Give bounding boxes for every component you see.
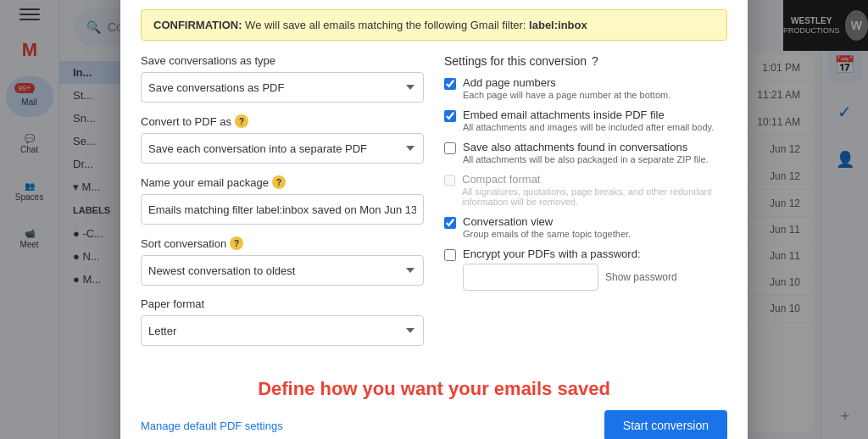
compact-format-text: Compact format All signatures, quotation… (462, 173, 727, 207)
save-attachments-sub-label: All attachments will be also packaged in… (463, 154, 709, 164)
modal-left-column: Save conversations as type Save conversa… (141, 54, 424, 358)
sort-select[interactable]: Newest conversation to oldestOldest conv… (141, 255, 424, 286)
package-name-label: Name your email package ? (141, 175, 424, 189)
package-name-group: Name your email package ? (141, 175, 424, 225)
encrypt-pdf-text: Encrypt your PDFs with a password: Show … (463, 247, 677, 291)
password-input[interactable] (463, 264, 598, 291)
add-page-numbers-main-label: Add page numbers (463, 76, 670, 89)
compact-format-main-label: Compact format (462, 173, 727, 186)
package-name-help-icon[interactable]: ? (272, 175, 286, 189)
package-name-input[interactable] (141, 194, 424, 225)
sort-help-icon[interactable]: ? (230, 236, 243, 250)
paper-select[interactable]: LetterA4Legal (141, 315, 424, 346)
embed-attachments-main-label: Embed email attachments inside PDF file (463, 108, 714, 121)
add-page-numbers-sub-label: Each page will have a page number at the… (463, 90, 670, 100)
save-as-type-group: Save conversations as type Save conversa… (141, 54, 424, 103)
embed-attachments-text: Embed email attachments inside PDF file … (463, 108, 714, 132)
modal-columns: Save conversations as type Save conversa… (141, 54, 727, 358)
add-page-numbers-row: Add page numbers Each page will have a p… (444, 76, 727, 100)
encrypt-pdf-checkbox[interactable] (444, 249, 456, 261)
convert-pdf-group: Convert to PDF as ? Save each conversati… (141, 114, 424, 164)
settings-title: Settings for this conversion ? (444, 54, 727, 68)
compact-format-checkbox[interactable] (444, 175, 455, 186)
define-text: Define how you want your emails saved (141, 378, 727, 400)
confirmation-prefix: CONFIRMATION: (153, 19, 242, 31)
embed-attachments-checkbox[interactable] (444, 110, 456, 122)
save-as-label: Save conversations as type (141, 54, 424, 67)
password-row: Show password (463, 264, 677, 291)
embed-attachments-sub-label: All attachments and images will be inclu… (463, 122, 714, 132)
save-attachments-checkbox[interactable] (444, 142, 456, 154)
convert-select[interactable]: Save each conversation into a separate P… (141, 133, 424, 164)
sort-group: Sort conversation ? Newest conversation … (141, 236, 424, 286)
save-attachments-row: Save also attachments found in conversat… (444, 141, 727, 164)
embed-attachments-row: Embed email attachments inside PDF file … (444, 108, 727, 132)
manage-pdf-settings-link[interactable]: Manage default PDF settings (141, 420, 283, 432)
modal-footer-bar: Manage default PDF settings Start conver… (141, 410, 727, 439)
compact-format-sub-label: All signatures, quotations, page breaks,… (462, 186, 727, 207)
encrypt-pdf-main-label: Encrypt your PDFs with a password: (463, 247, 677, 260)
paper-label: Paper format (141, 297, 424, 310)
add-page-numbers-checkbox[interactable] (444, 78, 456, 90)
save-as-select[interactable]: Save conversations as PDFSave as EMLSave… (141, 72, 424, 103)
compact-format-row: Compact format All signatures, quotation… (444, 173, 727, 207)
settings-help-icon[interactable]: ? (592, 54, 598, 68)
convert-label: Convert to PDF as ? (141, 114, 424, 128)
modal-right-column: Settings for this conversion ? Add page … (444, 54, 727, 358)
confirmation-banner: CONFIRMATION: We will save all emails ma… (141, 9, 727, 41)
filter-label: label:inbox (529, 19, 587, 31)
save-attachments-text: Save also attachments found in conversat… (463, 141, 709, 164)
add-page-numbers-text: Add page numbers Each page will have a p… (463, 76, 670, 100)
convert-help-icon[interactable]: ? (235, 114, 248, 128)
modal-footer-area: Define how you want your emails saved Ma… (120, 371, 748, 439)
conversation-view-main-label: Conversation view (463, 215, 631, 228)
sort-label: Sort conversation ? (141, 236, 424, 250)
conversation-view-checkbox[interactable] (444, 217, 456, 229)
conversation-view-sub-label: Group emails of the same topic together. (463, 229, 631, 239)
save-attachments-main-label: Save also attachments found in conversat… (463, 141, 709, 153)
paper-format-group: Paper format LetterA4Legal (141, 297, 424, 346)
modal-header: Save Emails to PDF × (120, 0, 748, 9)
conversation-view-text: Conversation view Group emails of the sa… (463, 215, 631, 239)
confirmation-text: We will save all emails matching the fol… (245, 19, 526, 31)
save-emails-modal: Save Emails to PDF × CONFIRMATION: We wi… (120, 0, 748, 439)
conversation-view-row: Conversation view Group emails of the sa… (444, 215, 727, 239)
start-conversion-button[interactable]: Start conversion (604, 410, 727, 439)
encrypt-pdf-row: Encrypt your PDFs with a password: Show … (444, 247, 727, 291)
modal-body: CONFIRMATION: We will save all emails ma… (120, 9, 748, 371)
show-password-link[interactable]: Show password (605, 271, 677, 283)
